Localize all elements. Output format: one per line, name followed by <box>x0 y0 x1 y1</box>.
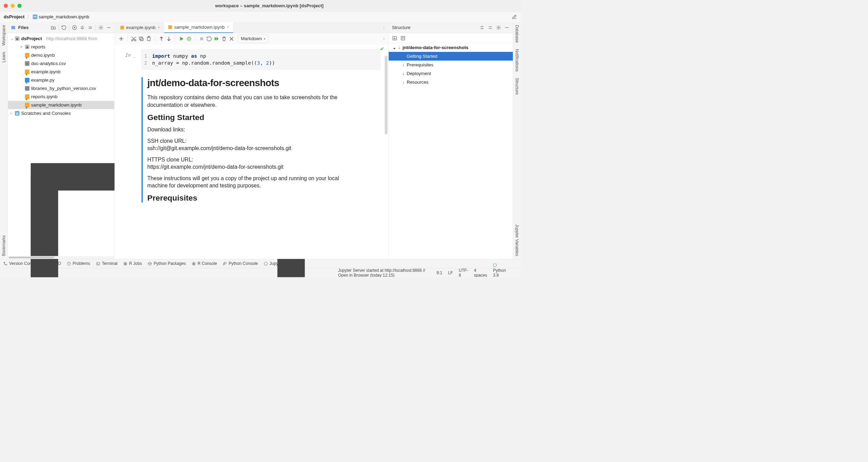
breadcrumb-file[interactable]: sample_markdown.ipynb <box>39 14 89 20</box>
tree-item-example-ipynb[interactable]: example.ipynb <box>8 68 114 76</box>
debug-cell-icon[interactable] <box>186 36 192 42</box>
rail-tab-jupyter-variables[interactable]: Jupyter Variables <box>515 224 519 256</box>
tree-item-libraries_by_python_version-csv[interactable]: libraries_by_python_version.csv <box>8 84 114 93</box>
line-gutter: 12 <box>141 53 147 67</box>
hide-panel-icon[interactable] <box>504 25 510 30</box>
tabs-more-icon[interactable]: ⋮ <box>379 22 388 33</box>
project-root-name: dsProject <box>21 36 42 41</box>
markdown-cell[interactable]: jnt/demo-data-for-screenshots This repos… <box>141 77 355 202</box>
structure-item-Resources[interactable]: ↓Resources <box>389 78 513 87</box>
chevron-right-icon[interactable]: > <box>20 45 23 49</box>
refresh-icon[interactable] <box>61 25 67 30</box>
add-folder-icon[interactable] <box>50 25 56 30</box>
window-title: workspace – sample_markdown.ipynb [dsPro… <box>21 3 517 9</box>
code-content[interactable]: import numpy as np n_array = np.random.r… <box>152 53 275 67</box>
rail-tab-structure[interactable]: Structure <box>515 78 519 95</box>
expand-all-icon[interactable] <box>80 25 85 30</box>
svg-rect-6 <box>140 38 143 40</box>
indent-setting[interactable]: 4 spaces <box>474 268 487 277</box>
heading-icon: ↓ <box>402 80 405 85</box>
tab-label: sample_markdown.ipynb <box>174 25 225 30</box>
tree-item-demo-ipynb[interactable]: demo.ipynb <box>8 51 114 59</box>
encoding[interactable]: UTF-8 <box>459 268 468 277</box>
collapse-all-icon[interactable] <box>87 25 93 30</box>
breadcrumb-sep-icon: 〉 <box>27 13 31 20</box>
paste-icon[interactable] <box>146 36 152 42</box>
tree-item-sample_markdown-ipynb[interactable]: sample_markdown.ipynb <box>8 101 114 109</box>
markdown-file-icon: MD <box>33 15 37 19</box>
collapse-all-icon[interactable] <box>488 25 493 30</box>
cell-type-value: Markdown <box>241 36 262 41</box>
minimize-window-icon[interactable] <box>11 4 15 8</box>
rail-tab-notifications[interactable]: Notifications <box>515 49 519 71</box>
chevron-down-icon[interactable]: ⌄ <box>10 36 13 41</box>
autoscroll-from-source-icon[interactable] <box>400 35 406 41</box>
stop-icon[interactable] <box>199 36 205 42</box>
delete-cell-icon[interactable] <box>221 36 227 42</box>
close-tab-icon[interactable]: × <box>227 25 229 29</box>
chevron-down-icon[interactable]: ⌄ <box>393 45 396 50</box>
structure-item-label: Getting Started <box>407 54 437 59</box>
caret-down-icon: ▾ <box>264 37 265 40</box>
v-scrollbar[interactable] <box>385 56 387 135</box>
structure-item-Getting-Started[interactable]: ↓Getting Started <box>389 52 513 61</box>
restart-kernel-icon[interactable] <box>206 36 212 42</box>
close-tab-icon[interactable]: × <box>158 25 160 30</box>
notebook-body[interactable]: ✔ In _ 12 import numpy as np n_array = n… <box>114 44 388 259</box>
project-header-label: Files <box>18 25 29 30</box>
project-tree[interactable]: ⌄ ▣ dsProject http://localhost:8888 from… <box>8 33 114 118</box>
structure-item-Prerequisites[interactable]: ↓Prerequisites <box>389 61 513 69</box>
structure-list[interactable]: ⌄ ↓ jnt/demo-data-for-screenshots ↓Getti… <box>389 43 513 87</box>
line-ending[interactable]: LF <box>448 270 453 275</box>
project-h-scrollbar[interactable] <box>8 256 114 259</box>
tab-example-ipynb[interactable]: example.ipynb× <box>116 22 164 33</box>
move-down-icon[interactable] <box>166 36 172 42</box>
copy-icon[interactable] <box>138 36 144 42</box>
close-window-icon[interactable] <box>4 4 8 8</box>
interpreter[interactable]: Python 3.9 (base) <box>493 263 506 277</box>
ipynb-file-icon <box>25 70 29 74</box>
structure-item-Deployment[interactable]: ↓Deployment <box>389 69 513 78</box>
rail-tab-database[interactable]: Database <box>515 25 519 43</box>
run-cell-icon[interactable] <box>179 36 185 42</box>
autoscroll-to-source-icon[interactable] <box>392 35 397 41</box>
edit-location-icon[interactable] <box>512 14 517 20</box>
zoom-window-icon[interactable] <box>17 4 21 8</box>
breadcrumb-project[interactable]: dsProject <box>4 14 25 20</box>
project-header: Files <box>8 22 114 33</box>
structure-root[interactable]: ⌄ ↓ jnt/demo-data-for-screenshots <box>389 43 513 52</box>
py-file-icon <box>25 78 29 82</box>
clear-output-icon[interactable] <box>229 36 234 42</box>
run-all-icon[interactable] <box>214 36 220 42</box>
expand-all-icon[interactable] <box>479 25 485 30</box>
md-h1: jnt/demo-data-for-screenshots <box>147 77 355 88</box>
tree-item-reports-ipynb[interactable]: reports.ipynb <box>8 93 114 101</box>
tab-sample_markdown-ipynb[interactable]: sample_markdown.ipynb× <box>164 22 233 33</box>
rail-tab-bookmarks[interactable]: Bookmarks <box>1 235 6 256</box>
toolbar-overflow-icon[interactable]: » <box>383 37 385 40</box>
hide-panel-icon[interactable] <box>106 25 112 30</box>
move-up-icon[interactable] <box>158 36 164 42</box>
code-cell[interactable]: In _ 12 import numpy as np n_array = np.… <box>141 49 380 70</box>
inspection-ok-icon[interactable]: ✔ <box>380 46 384 52</box>
tree-item-label: example.py <box>31 77 55 83</box>
interpreter-status-icon <box>493 263 497 267</box>
rail-tab-workspace[interactable]: Workspace <box>1 25 6 46</box>
cut-icon[interactable] <box>131 36 137 42</box>
tree-item-reports[interactable]: >▣reports <box>8 43 114 51</box>
add-cell-icon[interactable] <box>118 36 124 42</box>
structure-title: Structure <box>392 25 410 30</box>
structure-root-label: jnt/demo-data-for-screenshots <box>403 45 469 50</box>
project-root[interactable]: ⌄ ▣ dsProject http://localhost:8888 from <box>8 35 114 43</box>
rail-tab-learn[interactable]: Learn <box>1 52 6 63</box>
gear-icon[interactable] <box>98 25 104 30</box>
cell-type-dropdown[interactable]: Markdown ▾ <box>238 35 269 43</box>
select-opened-icon[interactable] <box>72 25 77 30</box>
csv-file-icon <box>25 86 29 91</box>
tree-item-example-py[interactable]: example.py <box>8 76 114 84</box>
tree-item-doc-analytics-csv[interactable]: doc-analytics.csv <box>8 59 114 68</box>
caret-position[interactable]: 9:1 <box>436 270 442 275</box>
gear-icon[interactable] <box>496 25 501 30</box>
ipynb-file-icon <box>168 25 172 29</box>
status-message[interactable]: Jupyter Server started at http://localho… <box>338 268 431 277</box>
